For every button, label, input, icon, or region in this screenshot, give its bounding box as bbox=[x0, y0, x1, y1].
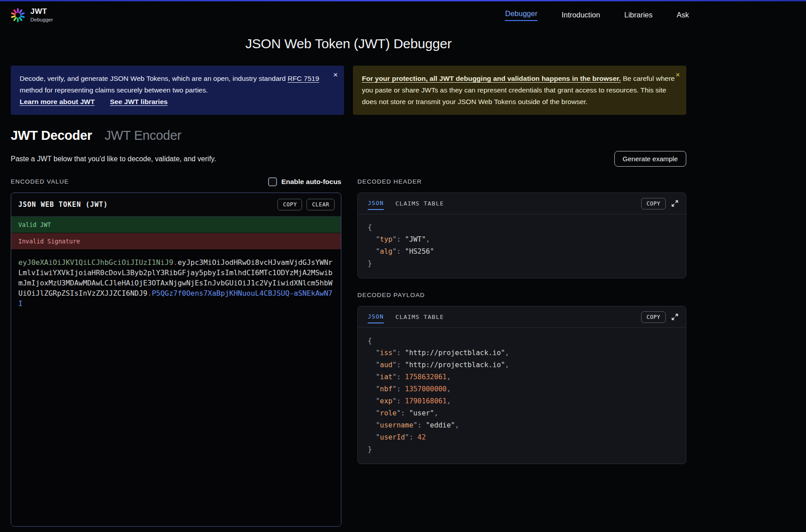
learn-more-about-jwt-link[interactable]: Learn more about JWT bbox=[20, 96, 95, 108]
header-expand-icon[interactable] bbox=[670, 199, 680, 208]
warning-banner: × For your protection, all JWT debugging… bbox=[353, 66, 686, 115]
encoded-card-title: JSON WEB TOKEN (JWT) bbox=[18, 201, 108, 209]
header-json-tab[interactable]: JSON bbox=[368, 200, 384, 210]
info-banner-text-before: Decode, verify, and generate JSON Web To… bbox=[20, 75, 285, 82]
banners-row: × Decode, verify, and generate JSON Web … bbox=[0, 66, 697, 115]
info-banner: × Decode, verify, and generate JSON Web … bbox=[11, 66, 344, 115]
nav-link-libraries[interactable]: Libraries bbox=[624, 11, 652, 20]
autofocus-label: Enable auto-focus bbox=[281, 178, 341, 186]
warning-banner-lead: For your protection, all JWT debugging a… bbox=[362, 75, 621, 82]
nav-link-debugger[interactable]: Debugger bbox=[505, 9, 537, 21]
invalid-signature-status: Invalid Signature bbox=[11, 233, 341, 249]
nav-links: Debugger Introduction Libraries Ask bbox=[505, 9, 689, 21]
brand-home-link[interactable]: JWT Debugger bbox=[10, 7, 53, 23]
page-title: JSON Web Token (JWT) Debugger bbox=[0, 36, 697, 51]
info-banner-text: Decode, verify, and generate JSON Web To… bbox=[20, 73, 335, 96]
decoded-header-label: DECODED HEADER bbox=[357, 176, 422, 187]
decoded-payload-card-header: JSON CLAIMS TABLE COPY bbox=[358, 306, 686, 328]
jwt-token-text: eyJ0eXAiOiJKV1QiLCJhbGciOiJIUzI1NiJ9.eyJ… bbox=[18, 257, 334, 309]
encoded-clear-button[interactable]: CLEAR bbox=[306, 199, 335, 210]
decoded-payload-actions: COPY bbox=[641, 311, 680, 323]
valid-jwt-status: Valid JWT bbox=[11, 217, 341, 233]
tab-jwt-decoder[interactable]: JWT Decoder bbox=[11, 128, 92, 143]
decoded-payload-tabs: JSON CLAIMS TABLE bbox=[368, 306, 444, 327]
decoder-subtitle: Paste a JWT below that you'd like to dec… bbox=[11, 155, 216, 163]
decoded-column: DECODED HEADER JSON CLAIMS TABLE COPY bbox=[357, 176, 686, 464]
payload-json-tab[interactable]: JSON bbox=[368, 313, 384, 323]
payload-expand-icon[interactable] bbox=[670, 312, 680, 322]
payload-copy-button[interactable]: COPY bbox=[641, 311, 666, 323]
decoded-header-card: JSON CLAIMS TABLE COPY {"typ": "JWT" bbox=[357, 193, 686, 278]
brand-text: JWT Debugger bbox=[30, 8, 53, 22]
warning-banner-text: For your protection, all JWT debugging a… bbox=[362, 73, 677, 108]
nav-link-ask[interactable]: Ask bbox=[676, 11, 689, 20]
warning-banner-close-icon[interactable]: × bbox=[674, 69, 682, 80]
mode-tabs: JWT Decoder JWT Encoder bbox=[0, 128, 697, 143]
encoded-column: ENCODED VALUE Enable auto-focus JSON WEB… bbox=[11, 176, 341, 527]
decoded-payload-label: DECODED PAYLOAD bbox=[357, 290, 686, 301]
decoded-header-tabs: JSON CLAIMS TABLE bbox=[368, 193, 444, 214]
decoded-header-actions: COPY bbox=[641, 198, 680, 209]
subtitle-row: Paste a JWT below that you'd like to dec… bbox=[0, 151, 697, 167]
jwt-debugger-app: JWT Debugger Debugger Introduction Libra… bbox=[0, 1, 697, 527]
jwt-logo-icon bbox=[10, 7, 26, 23]
generate-example-button[interactable]: Generate example bbox=[614, 151, 686, 167]
autofocus-checkbox[interactable] bbox=[268, 177, 277, 186]
autofocus-control[interactable]: Enable auto-focus bbox=[268, 177, 341, 186]
nav-link-introduction[interactable]: Introduction bbox=[562, 11, 600, 20]
tab-jwt-encoder[interactable]: JWT Encoder bbox=[105, 128, 181, 143]
info-banner-text-after: method for representing claims securely … bbox=[20, 86, 208, 94]
encoded-card-actions: COPY CLEAR bbox=[277, 199, 335, 210]
decoded-header-label-row: DECODED HEADER bbox=[357, 176, 686, 187]
encoded-card-header: JSON WEB TOKEN (JWT) COPY CLEAR bbox=[11, 193, 341, 217]
brand-title: JWT bbox=[30, 8, 53, 16]
decoded-header-json: {"typ": "JWT","alg": "HS256"} bbox=[358, 214, 686, 278]
encoded-label-row: ENCODED VALUE Enable auto-focus bbox=[11, 176, 341, 187]
brand-subtitle: Debugger bbox=[30, 17, 53, 23]
header-copy-button[interactable]: COPY bbox=[641, 198, 666, 209]
decoded-payload-card: JSON CLAIMS TABLE COPY {"iss": "http bbox=[357, 306, 686, 464]
decoded-header-card-header: JSON CLAIMS TABLE COPY bbox=[358, 193, 686, 214]
encoded-jwt-card: JSON WEB TOKEN (JWT) COPY CLEAR Valid JW… bbox=[11, 193, 341, 527]
info-banner-links: Learn more about JWT See JWT libraries bbox=[20, 96, 335, 108]
encoded-value-label: ENCODED VALUE bbox=[11, 176, 69, 187]
decoded-payload-json: {"iss": "http://projectblack.io","aud": … bbox=[358, 328, 686, 464]
info-banner-close-icon[interactable]: × bbox=[332, 69, 340, 80]
rfc-7519-link[interactable]: RFC 7519 bbox=[288, 75, 319, 82]
payload-claims-table-tab[interactable]: CLAIMS TABLE bbox=[395, 314, 444, 323]
main-columns: ENCODED VALUE Enable auto-focus JSON WEB… bbox=[0, 176, 697, 527]
top-nav: JWT Debugger Debugger Introduction Libra… bbox=[0, 1, 697, 29]
encoded-copy-button[interactable]: COPY bbox=[277, 199, 302, 210]
see-jwt-libraries-link[interactable]: See JWT libraries bbox=[110, 96, 168, 108]
header-claims-table-tab[interactable]: CLAIMS TABLE bbox=[395, 200, 444, 209]
jwt-token-input[interactable]: eyJ0eXAiOiJKV1QiLCJhbGciOiJIUzI1NiJ9.eyJ… bbox=[11, 249, 341, 526]
